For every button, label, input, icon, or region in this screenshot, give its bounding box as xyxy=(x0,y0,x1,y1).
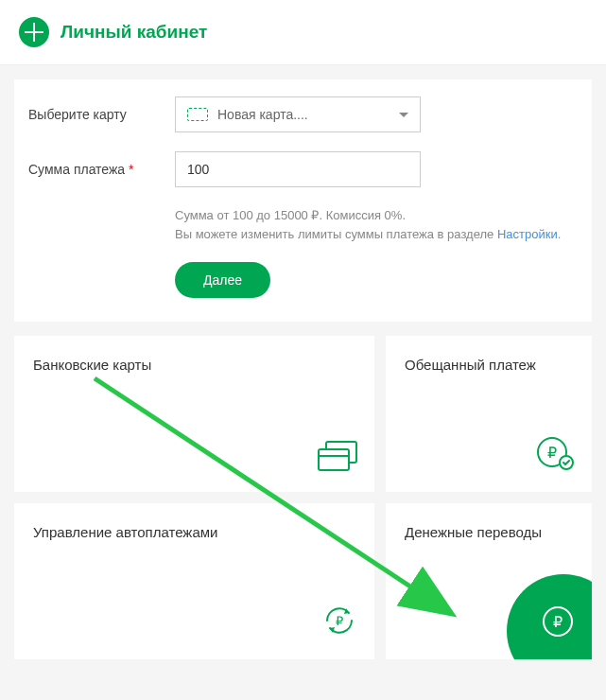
amount-input[interactable] xyxy=(175,151,421,187)
card-select[interactable]: Новая карта.... xyxy=(175,96,421,132)
ruble-check-icon: ₽ xyxy=(537,437,575,475)
card-outline-icon xyxy=(187,108,208,121)
tile-transfers[interactable]: Денежные переводы ₽ xyxy=(386,503,592,659)
page-title: Личный кабинет xyxy=(61,22,207,43)
card-label: Выберите карту xyxy=(28,107,175,122)
tile-bank-cards[interactable]: Банковские карты xyxy=(14,336,374,492)
svg-text:₽: ₽ xyxy=(547,445,557,461)
svg-rect-1 xyxy=(319,449,349,470)
submit-button[interactable]: Далее xyxy=(175,262,270,298)
ruble-circle-icon: ₽ xyxy=(541,604,575,642)
settings-link[interactable]: Настройки xyxy=(497,227,558,241)
cards-icon xyxy=(318,441,357,475)
svg-text:₽: ₽ xyxy=(336,614,343,628)
refresh-ruble-icon: ₽ xyxy=(321,603,357,642)
svg-text:₽: ₽ xyxy=(553,614,563,630)
tiles-grid: Банковские карты Обещанный платеж ₽ Упра… xyxy=(14,336,592,659)
tile-autopay[interactable]: Управление автоплатежами ₽ xyxy=(14,503,374,659)
header: Личный кабинет xyxy=(0,0,606,65)
chevron-down-icon xyxy=(399,113,408,117)
tile-promised-payment[interactable]: Обещанный платеж ₽ xyxy=(386,336,592,492)
card-select-text: Новая карта.... xyxy=(217,107,308,122)
payment-form: Выберите карту Новая карта.... Сумма пла… xyxy=(14,79,592,322)
amount-hint: Сумма от 100 до 15000 ₽. Комиссия 0%. Вы… xyxy=(175,206,578,243)
logo-icon xyxy=(19,17,49,47)
amount-label: Сумма платежа * xyxy=(28,162,175,177)
